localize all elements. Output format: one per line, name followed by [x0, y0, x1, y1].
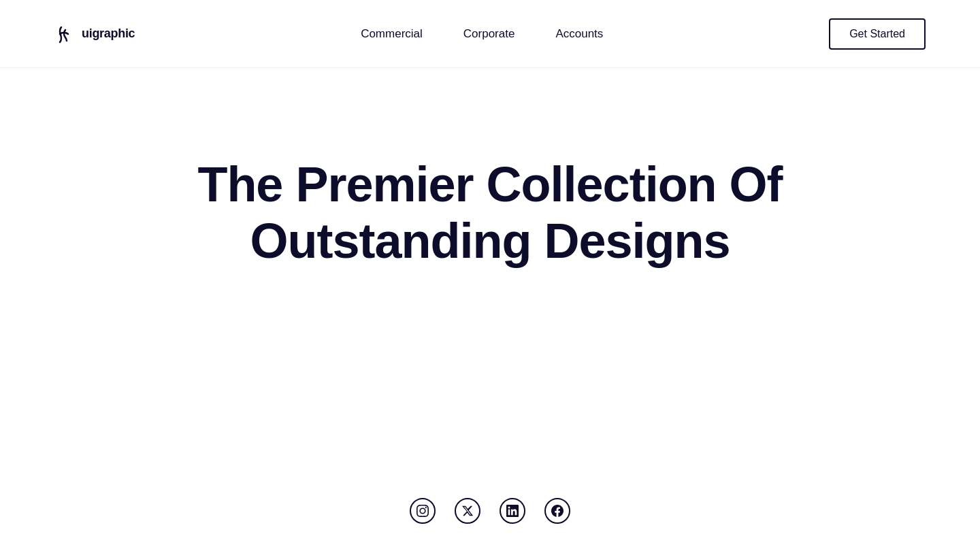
social-footer	[410, 498, 570, 524]
x-twitter-icon[interactable]	[455, 498, 480, 524]
nav-item-accounts[interactable]: Accounts	[555, 27, 603, 41]
hero-title-line1: The Premier Collection Of	[197, 157, 782, 212]
logo[interactable]: uigraphic	[54, 23, 135, 45]
facebook-icon[interactable]	[544, 498, 570, 524]
main-nav: Commercial Corporate Accounts	[361, 27, 603, 41]
linkedin-icon[interactable]	[500, 498, 525, 524]
instagram-icon[interactable]	[410, 498, 436, 524]
header: uigraphic Commercial Corporate Accounts …	[0, 0, 980, 68]
logo-icon	[54, 23, 76, 45]
hero-title: The Premier Collection Of Outstanding De…	[197, 156, 782, 269]
logo-text: uigraphic	[82, 27, 135, 41]
hero-title-line2: Outstanding Designs	[250, 214, 730, 268]
nav-item-commercial[interactable]: Commercial	[361, 27, 423, 41]
get-started-button[interactable]: Get Started	[829, 18, 926, 50]
nav-item-corporate[interactable]: Corporate	[463, 27, 515, 41]
hero-section: The Premier Collection Of Outstanding De…	[0, 68, 980, 269]
